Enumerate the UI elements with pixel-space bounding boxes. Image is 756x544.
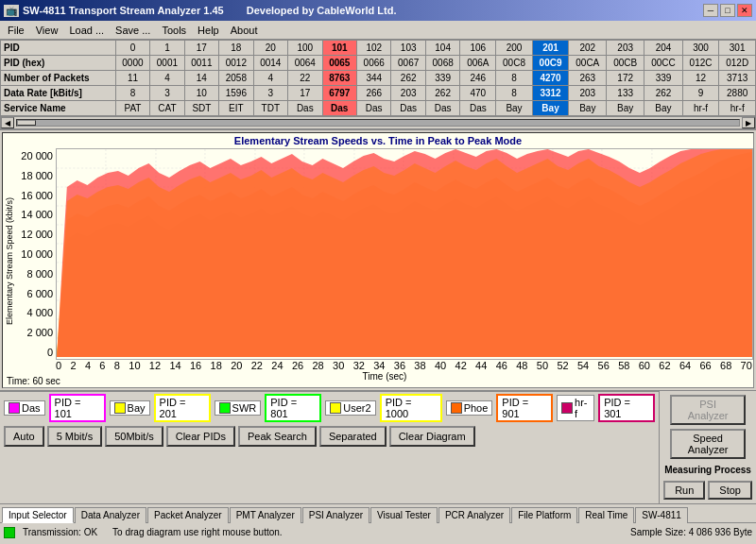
legend-pid-bay: PID = 201 — [160, 397, 205, 419]
developer-label: Developed by CableWorld Ltd. — [247, 5, 397, 16]
x-tick: 48 — [516, 360, 527, 371]
tab-packet-analyzer[interactable]: Packet Analyzer — [147, 507, 229, 523]
pid-cell: 22 — [288, 71, 322, 86]
pid-cell: PAT — [115, 101, 149, 116]
pid-label-pid: PID — [1, 41, 116, 56]
legend-buttons-col: Das PID = 101 Bay PID = 201 SWR PID = 80… — [0, 391, 659, 503]
pid-cell: 4 — [253, 71, 287, 86]
table-scrollbar[interactable]: ◀ ▶ — [0, 116, 756, 129]
x-tick: 62 — [659, 360, 670, 371]
pid-row-packets: Number of Packets 11 4 14 2058 4 22 8763… — [1, 71, 756, 86]
pid-cell: 0066 — [356, 56, 390, 71]
legend-das-name: Das — [22, 402, 41, 414]
scroll-right-arrow[interactable]: ▶ — [742, 117, 755, 128]
x-tick: 12 — [149, 360, 161, 371]
x-tick: 0 — [56, 360, 61, 371]
scroll-track[interactable] — [16, 119, 740, 127]
scroll-left-arrow[interactable]: ◀ — [1, 117, 14, 128]
pid-cell: 18 — [219, 41, 253, 56]
x-tick: 56 — [598, 360, 610, 371]
transmission-status: Transmission: OK — [23, 527, 97, 537]
x-tick: 38 — [414, 360, 425, 371]
pid-label-datarate: Data Rate [kBit/s] — [1, 86, 116, 101]
tab-psi-analyzer[interactable]: PSI Analyzer — [302, 507, 369, 523]
pid-cell: hr-f — [719, 101, 756, 116]
chart-container: Elementary Stream Speed (kbit/s) 20 000 … — [3, 148, 753, 375]
pid-cell: 1596 — [219, 86, 253, 101]
pid-label-packets: Number of Packets — [1, 71, 116, 86]
tab-real-time[interactable]: Real Time — [578, 507, 634, 523]
y-tick: 4 000 — [16, 307, 53, 318]
clear-pids-button[interactable]: Clear PIDs — [166, 426, 235, 447]
menu-save[interactable]: Save ... — [110, 23, 156, 38]
status-led — [4, 527, 15, 538]
legend-user2: User2 — [325, 400, 375, 416]
auto-button[interactable]: Auto — [4, 426, 44, 447]
pid-cell: 012D — [719, 56, 756, 71]
menu-help[interactable]: Help — [192, 23, 225, 38]
tab-pmt-analyzer[interactable]: PMT Analyzer — [230, 507, 301, 523]
pid-cell: 3 — [150, 86, 184, 101]
legend-hrf-color — [561, 402, 573, 414]
close-button[interactable]: ✕ — [737, 4, 752, 17]
peak-search-button[interactable]: Peak Search — [238, 426, 317, 447]
scroll-thumb[interactable] — [17, 120, 36, 126]
pid-cell: 0012 — [219, 56, 253, 71]
sample-size: Sample Size: 4 086 936 Byte — [630, 527, 752, 537]
tab-visual-tester[interactable]: Visual Tester — [370, 507, 438, 523]
pid-cell: 263 — [569, 71, 607, 86]
pid-cell: hr-f — [682, 101, 719, 116]
menu-about[interactable]: About — [225, 23, 264, 38]
pid-cell-blue: 00C9 — [532, 56, 569, 71]
legend-phoe-pid: PID = 901 — [496, 394, 553, 422]
x-tick: 46 — [496, 360, 507, 371]
clear-diagram-button[interactable]: Clear Diagram — [389, 426, 475, 447]
pid-cell: 339 — [425, 71, 459, 86]
pid-cell: 4 — [150, 71, 184, 86]
pid-label-hex: PID (hex) — [1, 56, 116, 71]
pid-cell: 17 — [184, 41, 218, 56]
mbit5-button[interactable]: 5 Mbit/s — [47, 426, 103, 447]
x-tick: 32 — [353, 360, 365, 371]
chart-svg — [57, 149, 752, 357]
pid-cell: 172 — [607, 71, 644, 86]
x-tick: 20 — [231, 360, 242, 371]
menu-tools[interactable]: Tools — [156, 23, 192, 38]
tab-file-platform[interactable]: File Platform — [511, 507, 577, 523]
pid-cell: TDT — [253, 101, 287, 116]
menu-file[interactable]: File — [2, 23, 30, 38]
y-axis-label: Elementary Stream Speed (kbit/s) — [3, 197, 16, 325]
legend-swr-color — [219, 402, 231, 414]
titlebar: 📺 SW-4811 Transport Stream Analyzer 1.45… — [0, 0, 756, 21]
mbit50-button[interactable]: 50Mbit/s — [105, 426, 163, 447]
tab-pcr-analyzer[interactable]: PCR Analyzer — [438, 507, 510, 523]
pid-cell: Das — [425, 101, 459, 116]
legend-bay: Bay — [110, 400, 150, 416]
tab-data-analyzer[interactable]: Data Analyzer — [75, 507, 146, 523]
legend-pid-swr: PID = 801 — [270, 397, 316, 419]
x-tick: 50 — [537, 360, 548, 371]
minimize-button[interactable]: ─ — [703, 4, 718, 17]
menu-view[interactable]: View — [30, 23, 64, 38]
run-button[interactable]: Run — [663, 481, 705, 500]
separated-button[interactable]: Separated — [319, 426, 387, 447]
y-tick: 12 000 — [16, 229, 53, 240]
tab-sw4811[interactable]: SW-4811 — [635, 507, 688, 523]
bottom-tabs: Input Selector Data Analyzer Packet Anal… — [0, 503, 756, 522]
psi-analyzer-button[interactable]: PSI Analyzer — [670, 395, 746, 425]
x-tick: 34 — [373, 360, 385, 371]
stop-button[interactable]: Stop — [708, 481, 752, 500]
drag-hint: To drag diagram use right mouse button. — [112, 527, 283, 537]
pid-cell: 00CC — [644, 56, 683, 71]
speed-analyzer-button[interactable]: Speed Analyzer — [670, 429, 746, 459]
menu-load[interactable]: Load ... — [63, 23, 110, 38]
pid-cell-highlight: 6797 — [322, 86, 356, 101]
maximize-button[interactable]: □ — [720, 4, 735, 17]
legend-swr: SWR — [215, 400, 262, 416]
tab-input-selector[interactable]: Input Selector — [2, 507, 74, 523]
legend-bay-name: Bay — [128, 402, 146, 414]
legend-user2-color — [330, 402, 341, 414]
pid-cell: 106 — [460, 41, 496, 56]
legend-das: Das — [4, 400, 45, 416]
pid-cell: 14 — [184, 71, 218, 86]
